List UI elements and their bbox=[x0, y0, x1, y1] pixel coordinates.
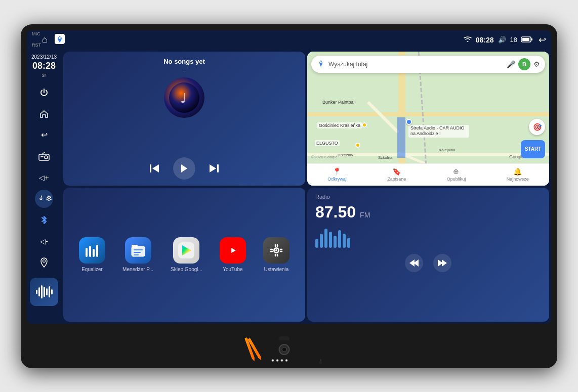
map-search-bar[interactable]: Wyszukaj tutaj 🎤 B ⚙ bbox=[311, 56, 545, 73]
svg-rect-11 bbox=[150, 164, 151, 172]
svg-point-1 bbox=[59, 37, 61, 39]
map-settings-icon[interactable]: ⚙ bbox=[533, 60, 540, 68]
rst-label: RST bbox=[32, 42, 41, 48]
radio-freq-row: 87.50 FM bbox=[315, 203, 541, 222]
wifi-icon bbox=[464, 35, 472, 44]
svg-rect-36 bbox=[134, 254, 139, 255]
map-label-bunker: Bunker Paintball bbox=[322, 100, 356, 105]
mic-label: MIC bbox=[32, 31, 40, 36]
map-user-avatar[interactable]: B bbox=[518, 58, 530, 70]
map-copyright: ©2020 Google bbox=[311, 155, 338, 159]
status-bar-left: MIC RST ⌂ bbox=[32, 34, 65, 46]
music-subtitle: -- bbox=[69, 67, 299, 73]
maps-logo-icon bbox=[316, 59, 325, 70]
youtube-icon bbox=[220, 237, 246, 264]
app-item-filemanager[interactable]: Menedżer P... bbox=[122, 237, 153, 272]
map-label-kolejowa: Kolejowa bbox=[439, 148, 455, 152]
svg-rect-14 bbox=[217, 164, 219, 172]
app-item-playstore[interactable]: Sklep Googl... bbox=[171, 237, 202, 272]
map-label-strefa: Strefa Audio - CAR AUDIO na Androidzie ! bbox=[408, 125, 469, 138]
apps-widget: Equalizer bbox=[63, 188, 305, 322]
map-mic-icon[interactable]: 🎤 bbox=[507, 60, 515, 68]
radio-bars bbox=[315, 228, 350, 248]
device: MIC RST ⌂ bbox=[21, 24, 557, 368]
accessories bbox=[249, 335, 329, 364]
power-button[interactable] bbox=[35, 83, 53, 102]
soundwave-icon bbox=[36, 284, 53, 300]
music-widget: No songs yet -- bbox=[63, 52, 305, 186]
maps-icon[interactable] bbox=[55, 34, 65, 46]
radio-title: Radio bbox=[315, 194, 541, 200]
bar-8 bbox=[347, 238, 350, 248]
map-start-button[interactable]: START bbox=[521, 140, 545, 158]
home-sidebar-button[interactable] bbox=[35, 105, 53, 123]
music-title: No songs yet bbox=[69, 58, 299, 65]
map-nav-latest[interactable]: 🔔 Najnowsze bbox=[507, 167, 529, 182]
back-button[interactable]: ↩ bbox=[539, 34, 546, 46]
vol-down-button[interactable]: ◁- bbox=[35, 232, 53, 250]
soundwave-widget[interactable] bbox=[30, 278, 58, 306]
svg-text:♩: ♩ bbox=[180, 91, 186, 106]
radio-band: FM bbox=[360, 211, 370, 219]
radio-frequency: 87.50 bbox=[315, 203, 356, 222]
svg-rect-27 bbox=[86, 248, 88, 257]
spudger-icon bbox=[243, 335, 262, 363]
time-display: 08:28 bbox=[476, 36, 494, 44]
radio-next-button[interactable] bbox=[433, 254, 451, 272]
poi-gosciniec bbox=[362, 122, 367, 127]
radio-button[interactable] bbox=[35, 147, 53, 165]
status-bar-right: 08:28 🔊 18 ↩ bbox=[464, 34, 546, 46]
content-area: No songs yet -- bbox=[61, 50, 551, 324]
map-nav-saved[interactable]: 🔖 Zapisane bbox=[387, 167, 406, 182]
svg-point-6 bbox=[45, 156, 48, 159]
poi-elgusto bbox=[355, 143, 360, 148]
svg-marker-12 bbox=[152, 164, 159, 172]
prev-button[interactable] bbox=[147, 160, 163, 177]
app-item-equalizer[interactable]: Equalizer bbox=[79, 237, 105, 272]
latest-icon: 🔔 bbox=[513, 167, 522, 176]
headphones-icon bbox=[312, 335, 329, 364]
map-bottom-nav: 📍 Odkrywaj 🔖 Zapisane ⊕ Opublikuj 🔔 bbox=[307, 163, 549, 186]
svg-rect-18 bbox=[307, 112, 549, 116]
bar-2 bbox=[320, 234, 323, 248]
next-button[interactable] bbox=[205, 160, 222, 177]
back-sidebar-button[interactable]: ↩ bbox=[35, 126, 53, 144]
discover-label: Odkrywaj bbox=[327, 177, 347, 182]
svg-rect-33 bbox=[132, 245, 138, 248]
vol-up-button[interactable]: ◁+ bbox=[35, 168, 53, 187]
app-item-youtube[interactable]: YouTube bbox=[220, 237, 246, 272]
settings-button[interactable]: ❄ bbox=[35, 190, 53, 208]
music-album-art: ♩ bbox=[164, 77, 204, 118]
map-nav-discover[interactable]: 📍 Odkrywaj bbox=[327, 167, 347, 182]
camera-icon bbox=[272, 340, 297, 359]
radio-prev-button[interactable] bbox=[405, 254, 423, 272]
svg-rect-7 bbox=[40, 156, 44, 157]
battery-icon bbox=[521, 35, 532, 45]
filemanager-icon bbox=[125, 237, 151, 264]
bar-4 bbox=[329, 232, 332, 248]
svg-rect-29 bbox=[93, 249, 95, 257]
map-widget[interactable]: Bunker Paintball Gościniec Krasieńka ELG… bbox=[307, 52, 549, 186]
volume-display: 18 bbox=[510, 36, 517, 43]
radio-widget: Radio 87.50 FM bbox=[307, 188, 549, 322]
svg-point-8 bbox=[43, 259, 46, 262]
music-controls bbox=[69, 157, 299, 180]
map-label-brzeziny: Brzeżiny bbox=[338, 153, 353, 157]
play-button[interactable] bbox=[173, 157, 195, 180]
device-screen: MIC RST ⌂ bbox=[27, 30, 551, 324]
svg-marker-46 bbox=[409, 259, 415, 267]
publish-icon: ⊕ bbox=[453, 167, 459, 176]
equalizer-label: Equalizer bbox=[81, 267, 103, 272]
home-icon[interactable]: ⌂ bbox=[42, 34, 48, 45]
map-nav-publish[interactable]: ⊕ Opublikuj bbox=[447, 167, 466, 182]
svg-rect-24 bbox=[397, 117, 405, 158]
left-sidebar: 2023/12/13 08:28 śr ↩ bbox=[27, 50, 61, 324]
svg-rect-3 bbox=[531, 38, 532, 40]
poi-main bbox=[406, 119, 412, 125]
map-compass-button[interactable]: 🎯 bbox=[529, 119, 545, 135]
settings-app-label: Ustawienia bbox=[264, 267, 288, 272]
bluetooth-button[interactable] bbox=[35, 211, 53, 229]
app-item-settings[interactable]: Ustawienia bbox=[263, 237, 290, 272]
location-button[interactable] bbox=[35, 253, 53, 272]
camera-accessory bbox=[272, 340, 297, 359]
